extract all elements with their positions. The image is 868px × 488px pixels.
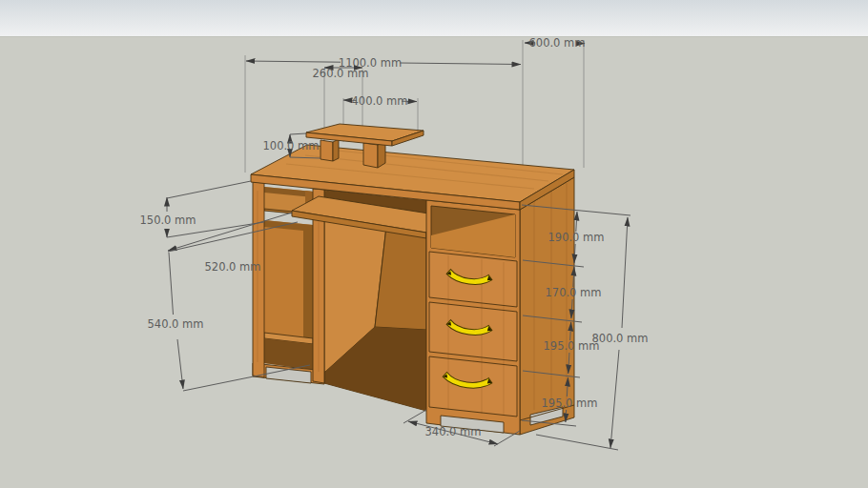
dim-600-label: 600.0 mm	[529, 36, 586, 50]
dim-195b-label: 195.0 mm	[542, 396, 598, 410]
dim-340-label: 340.0 mm	[425, 425, 482, 438]
dim-540-label: 540.0 mm	[148, 317, 204, 331]
stand-left-support-side	[333, 139, 339, 161]
model-viewport[interactable]: 1100.0 mm 600.0 mm 260.0 mm 400.0 mm 100…	[0, 0, 868, 488]
dim-stand-width: 400.0 mm	[343, 94, 417, 108]
dim-stand-offset: 260.0 mm	[313, 67, 369, 80]
dim-150-label: 150.0 mm	[140, 214, 196, 227]
dim-top-depth: 600.0 mm	[525, 36, 585, 50]
desk-3d-scene: 1100.0 mm 600.0 mm 260.0 mm 400.0 mm 100…	[0, 0, 868, 488]
stand-left-support	[320, 140, 333, 161]
dim-800-label: 800.0 mm	[592, 332, 649, 345]
dim-100-label: 100.0 mm	[263, 139, 320, 152]
dim-170-label: 170.0 mm	[546, 286, 602, 299]
dim-520-label: 520.0 mm	[205, 260, 261, 274]
dim-260-label: 260.0 mm	[313, 67, 369, 80]
stand-right-support	[363, 143, 378, 168]
sky	[0, 0, 868, 38]
dim-190-label: 190.0 mm	[548, 231, 605, 244]
dim-400-label: 400.0 mm	[352, 94, 408, 108]
left-stile	[253, 182, 264, 377]
